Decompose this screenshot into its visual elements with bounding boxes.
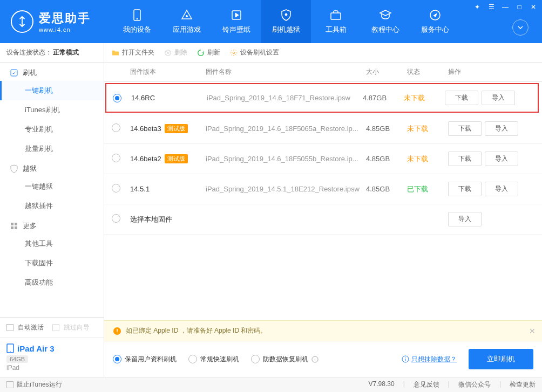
sidebar-section[interactable]: 更多 bbox=[0, 216, 104, 234]
star-icon[interactable]: ✦ bbox=[473, 3, 482, 11]
download-button[interactable]: 下载 bbox=[448, 121, 482, 136]
svg-point-4 bbox=[285, 13, 287, 16]
sidebar-section[interactable]: 越狱 bbox=[0, 159, 104, 177]
firmware-version: 14.6beta3 bbox=[130, 125, 161, 133]
action-bar: 保留用户资料刷机常规快速刷机防数据恢复刷机 只想抹除数据？ 立即刷机 bbox=[104, 341, 542, 377]
nav-tab-app[interactable]: 应用游戏 bbox=[162, 0, 212, 43]
flash-option[interactable]: 防数据恢复刷机 bbox=[251, 355, 319, 364]
firmware-name: iPad_Spring_2019_14.5.1_18E212_Restore.i… bbox=[206, 185, 366, 193]
download-button[interactable]: 下载 bbox=[445, 91, 478, 105]
sidebar-item[interactable]: 高级功能 bbox=[0, 273, 104, 292]
import-button[interactable]: 导入 bbox=[485, 152, 518, 166]
firmware-name: iPad_Spring_2019_14.6_18F5055b_Restore.i… bbox=[206, 155, 366, 163]
svg-rect-5 bbox=[331, 13, 341, 19]
delete-button[interactable]: 删除 bbox=[164, 48, 187, 57]
firmware-version: 14.5.1 bbox=[130, 185, 150, 193]
maximize-icon[interactable]: □ bbox=[515, 3, 524, 11]
folder-icon bbox=[112, 49, 119, 57]
sidebar-item[interactable]: iTunes刷机 bbox=[0, 100, 104, 120]
firmware-row[interactable]: 14.6beta2测试版iPad_Spring_2019_14.6_18F505… bbox=[104, 144, 542, 174]
device-name[interactable]: iPad Air 3 bbox=[6, 343, 97, 353]
minimize-icon[interactable]: — bbox=[501, 3, 510, 11]
auto-activate-checkbox[interactable] bbox=[6, 324, 13, 331]
download-button[interactable]: 下载 bbox=[448, 152, 482, 166]
device-icon bbox=[131, 9, 144, 22]
app-icon bbox=[180, 9, 193, 22]
refresh-button[interactable]: 刷新 bbox=[197, 48, 220, 57]
import-button[interactable]: 导入 bbox=[482, 91, 515, 105]
warning-bar: 如已绑定 Apple ID ，请准备好 Apple ID 和密码。 ✕ bbox=[104, 320, 542, 341]
flash-option[interactable]: 常规快速刷机 bbox=[188, 355, 239, 364]
sidebar: 设备连接状态： 正常模式 刷机一键刷机iTunes刷机专业刷机批量刷机越狱一键越… bbox=[0, 43, 104, 377]
sidebar-item[interactable]: 批量刷机 bbox=[0, 139, 104, 159]
svg-rect-10 bbox=[11, 226, 13, 229]
nav-tab-shield[interactable]: 刷机越狱 bbox=[261, 0, 311, 43]
info-icon bbox=[311, 356, 319, 363]
beta-tag: 测试版 bbox=[165, 124, 188, 133]
svg-rect-8 bbox=[11, 223, 13, 225]
sidebar-section[interactable]: 刷机 bbox=[0, 63, 104, 81]
nav-tab-compass[interactable]: 服务中心 bbox=[410, 0, 460, 43]
dropdown-button[interactable] bbox=[512, 19, 529, 36]
svg-point-1 bbox=[137, 18, 138, 19]
shield-icon bbox=[280, 9, 293, 22]
row-radio[interactable] bbox=[112, 154, 120, 162]
import-button[interactable]: 导入 bbox=[485, 121, 518, 136]
row-radio[interactable] bbox=[112, 123, 120, 132]
sidebar-item[interactable]: 一键刷机 bbox=[0, 81, 104, 100]
firmware-row[interactable]: 选择本地固件导入 bbox=[104, 204, 542, 235]
nav-tab-music[interactable]: 铃声壁纸 bbox=[212, 0, 261, 43]
sidebar-item[interactable]: 其他工具 bbox=[0, 234, 104, 253]
music-icon bbox=[230, 9, 243, 22]
firmware-version: 14.6RC bbox=[131, 94, 155, 102]
import-button[interactable]: 导入 bbox=[448, 212, 482, 226]
connection-status: 设备连接状态： 正常模式 bbox=[0, 43, 104, 63]
open-folder-button[interactable]: 打开文件夹 bbox=[112, 48, 154, 57]
svg-point-13 bbox=[10, 351, 11, 352]
nav-tab-toolbox[interactable]: 工具箱 bbox=[311, 0, 361, 43]
firmware-size: 4.85GB bbox=[366, 155, 407, 163]
import-button[interactable]: 导入 bbox=[485, 182, 518, 196]
device-storage: 64GB bbox=[6, 355, 28, 363]
edu-icon bbox=[379, 9, 392, 22]
close-warning-icon[interactable]: ✕ bbox=[529, 327, 536, 335]
main-panel: 打开文件夹 删除 刷新 设备刷机设置 固件版本 固件名称 大小 状态 操作 14… bbox=[104, 43, 542, 377]
beta-tag: 测试版 bbox=[165, 154, 188, 163]
erase-data-link[interactable]: 只想抹除数据？ bbox=[402, 355, 457, 364]
sidebar-item[interactable]: 一键越狱 bbox=[0, 177, 104, 196]
firmware-status: 未下载 bbox=[407, 124, 448, 134]
svg-rect-7 bbox=[11, 70, 17, 76]
logo-icon bbox=[11, 10, 33, 33]
row-radio[interactable] bbox=[112, 214, 120, 223]
auto-activate-row: 自动激活 跳过向导 bbox=[0, 317, 104, 338]
svg-rect-9 bbox=[15, 223, 17, 225]
sidebar-item[interactable]: 越狱插件 bbox=[0, 196, 104, 216]
row-radio[interactable] bbox=[112, 184, 120, 192]
firmware-row[interactable]: 14.6RCiPad_Spring_2019_14.6_18F71_Restor… bbox=[105, 83, 539, 113]
info-icon bbox=[402, 355, 409, 363]
firmware-row[interactable]: 14.5.1iPad_Spring_2019_14.5.1_18E212_Res… bbox=[104, 174, 542, 204]
app-subtitle: www.i4.cn bbox=[39, 26, 91, 33]
settings-button[interactable]: 设备刷机设置 bbox=[230, 48, 279, 57]
sidebar-item[interactable]: 专业刷机 bbox=[0, 120, 104, 139]
close-icon[interactable]: ✕ bbox=[529, 3, 538, 11]
flash-button[interactable]: 立即刷机 bbox=[469, 349, 533, 369]
firmware-row[interactable]: 14.6beta3测试版iPad_Spring_2019_14.6_18F506… bbox=[104, 114, 542, 144]
sidebar-item[interactable]: 下载固件 bbox=[0, 253, 104, 273]
nav-tab-device[interactable]: 我的设备 bbox=[112, 0, 162, 43]
toolbar: 打开文件夹 删除 刷新 设备刷机设置 bbox=[104, 43, 542, 63]
flash-option[interactable]: 保留用户资料刷机 bbox=[113, 355, 177, 364]
feedback-link[interactable]: 意见反馈 bbox=[414, 380, 439, 389]
menu-icon[interactable]: ☰ bbox=[487, 3, 496, 11]
logo-area: 爱思助手 www.i4.cn bbox=[0, 10, 101, 33]
row-radio[interactable] bbox=[113, 94, 121, 102]
block-itunes-checkbox[interactable] bbox=[6, 381, 13, 388]
firmware-status: 已下载 bbox=[407, 184, 448, 194]
wechat-link[interactable]: 微信公众号 bbox=[458, 380, 491, 389]
skip-guide-checkbox[interactable] bbox=[52, 324, 59, 331]
update-link[interactable]: 检查更新 bbox=[510, 380, 536, 389]
app-title: 爱思助手 bbox=[39, 11, 91, 25]
download-button[interactable]: 下载 bbox=[448, 182, 482, 196]
svg-point-15 bbox=[233, 52, 235, 54]
nav-tab-edu[interactable]: 教程中心 bbox=[361, 0, 410, 43]
